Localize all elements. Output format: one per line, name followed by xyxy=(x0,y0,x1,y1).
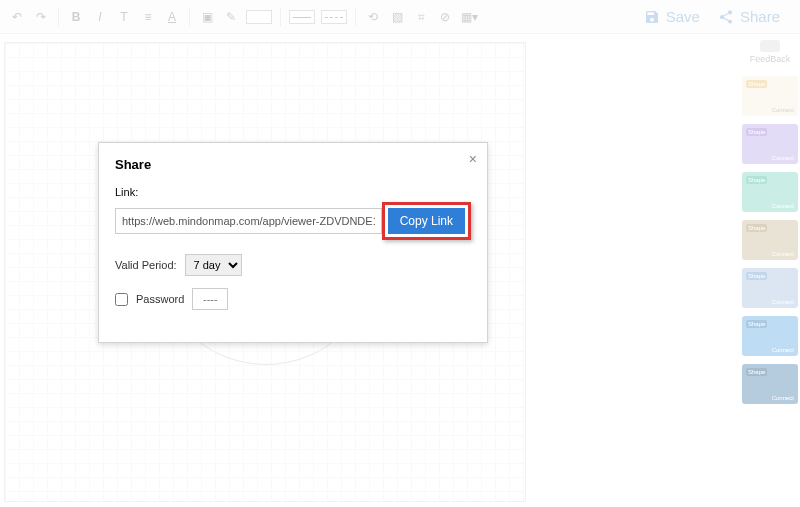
line-solid-icon[interactable] xyxy=(289,10,315,24)
share-label: Share xyxy=(740,8,780,25)
theme-thumb-7[interactable]: Shape Connect xyxy=(742,364,798,404)
right-panel: FeedBack Shape Connect Shape Connect Sha… xyxy=(740,36,800,404)
save-label: Save xyxy=(666,8,700,25)
bold-icon[interactable]: B xyxy=(67,8,85,26)
toolbar-right: Save Share xyxy=(644,8,792,25)
separator xyxy=(280,8,281,26)
thumb-connect: Connect xyxy=(770,346,796,354)
color-swatch[interactable] xyxy=(246,10,272,24)
modal-title: Share xyxy=(115,157,471,172)
theme-thumb-2[interactable]: Shape Connect xyxy=(742,124,798,164)
toolbar-left: ↶ ↷ B I T ≡ A ▣ ✎ ⟲ ▧ ⌗ ⊘ ▦▾ xyxy=(8,8,478,26)
password-row: Password xyxy=(115,288,471,310)
valid-period-select[interactable]: 7 day xyxy=(185,254,242,276)
password-label: Password xyxy=(136,293,184,305)
share-modal: × Share Link: Copy Link Valid Period: 7 … xyxy=(98,142,488,343)
image-icon[interactable]: ▧ xyxy=(388,8,406,26)
thumb-shape: Shape xyxy=(746,128,767,136)
thumb-shape: Shape xyxy=(746,176,767,184)
thumb-shape: Shape xyxy=(746,224,767,232)
theme-thumb-3[interactable]: Shape Connect xyxy=(742,172,798,212)
link-icon[interactable]: ⟲ xyxy=(364,8,382,26)
theme-thumb-6[interactable]: Shape Connect xyxy=(742,316,798,356)
grid-icon[interactable]: ▦▾ xyxy=(460,8,478,26)
password-input[interactable] xyxy=(192,288,228,310)
undo-icon[interactable]: ↶ xyxy=(8,8,26,26)
thumb-shape: Shape xyxy=(746,320,767,328)
fill-icon[interactable]: ▣ xyxy=(198,8,216,26)
thumb-shape: Shape xyxy=(746,272,767,280)
copy-link-button[interactable]: Copy Link xyxy=(388,208,465,234)
thumb-connect: Connect xyxy=(770,298,796,306)
thumb-connect: Connect xyxy=(770,202,796,210)
redo-icon[interactable]: ↷ xyxy=(32,8,50,26)
font-color-icon[interactable]: A xyxy=(163,8,181,26)
attach-icon[interactable]: ⌗ xyxy=(412,8,430,26)
toolbar: ↶ ↷ B I T ≡ A ▣ ✎ ⟲ ▧ ⌗ ⊘ ▦▾ Save Share xyxy=(0,0,800,34)
stroke-icon[interactable]: ✎ xyxy=(222,8,240,26)
font-size-icon[interactable]: T xyxy=(115,8,133,26)
separator xyxy=(189,8,190,26)
align-icon[interactable]: ≡ xyxy=(139,8,157,26)
save-icon xyxy=(644,9,660,25)
thumb-connect: Connect xyxy=(770,154,796,162)
copy-link-highlight: Copy Link xyxy=(382,202,471,240)
theme-thumb-5[interactable]: Shape Connect xyxy=(742,268,798,308)
theme-thumb-4[interactable]: Shape Connect xyxy=(742,220,798,260)
delete-icon[interactable]: ⊘ xyxy=(436,8,454,26)
share-button[interactable]: Share xyxy=(718,8,780,25)
line-dashed-icon[interactable] xyxy=(321,10,347,24)
valid-period-row: Valid Period: 7 day xyxy=(115,254,471,276)
link-label: Link: xyxy=(115,186,471,198)
thumb-connect: Connect xyxy=(770,250,796,258)
italic-icon[interactable]: I xyxy=(91,8,109,26)
separator xyxy=(58,8,59,26)
save-button[interactable]: Save xyxy=(644,8,700,25)
password-checkbox[interactable] xyxy=(115,293,128,306)
thumb-connect: Connect xyxy=(770,106,796,114)
link-input[interactable] xyxy=(115,208,382,234)
theme-thumb-1[interactable]: Shape Connect xyxy=(742,76,798,116)
separator xyxy=(355,8,356,26)
share-icon xyxy=(718,9,734,25)
close-icon[interactable]: × xyxy=(469,151,477,167)
feedback-button[interactable]: FeedBack xyxy=(747,36,793,68)
link-row: Copy Link xyxy=(115,202,471,240)
feedback-icon xyxy=(760,40,780,52)
thumb-shape: Shape xyxy=(746,368,767,376)
thumb-shape: Shape xyxy=(746,80,767,88)
valid-period-label: Valid Period: xyxy=(115,259,177,271)
thumb-connect: Connect xyxy=(770,394,796,402)
feedback-label: FeedBack xyxy=(750,54,791,64)
